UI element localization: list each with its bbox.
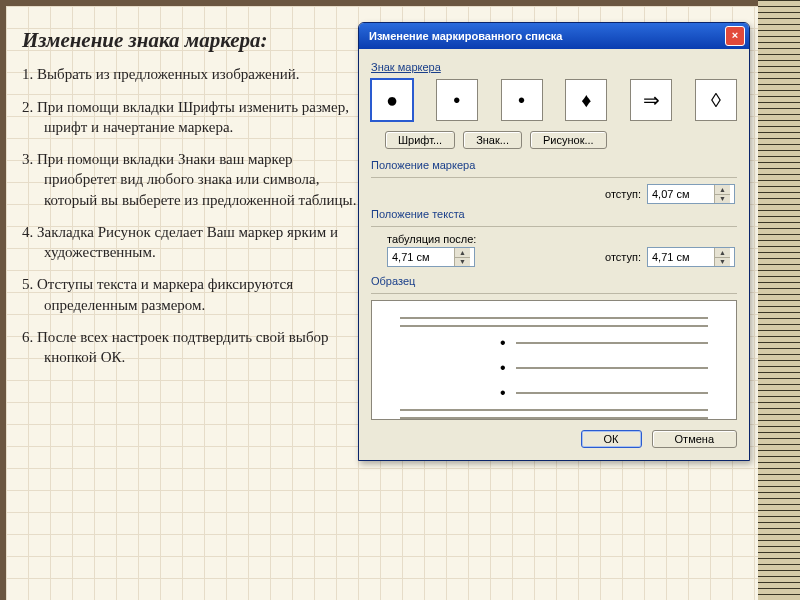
bullet-options: ● • • ♦ ⇒ ◊ xyxy=(371,79,737,121)
text-indent-label: отступ: xyxy=(605,251,641,263)
tab-after-input[interactable] xyxy=(388,248,454,266)
spin-up-icon[interactable]: ▲ xyxy=(714,185,730,194)
group-marker-position: Положение маркера xyxy=(371,159,737,171)
divider xyxy=(371,177,737,178)
dialog-title: Изменение маркированного списка xyxy=(369,30,562,42)
group-text-position: Положение текста xyxy=(371,208,737,220)
bullet-option-4[interactable]: ♦ xyxy=(565,79,607,121)
list-item: 5. Отступы текста и маркера фиксируются … xyxy=(22,274,362,315)
char-button[interactable]: Знак... xyxy=(463,131,522,149)
page-title: Изменение знака маркера: xyxy=(22,26,362,54)
text-indent-spinner[interactable]: ▲▼ xyxy=(647,247,735,267)
group-marker-char: Знак маркера xyxy=(371,61,737,73)
text-indent-input[interactable] xyxy=(648,248,714,266)
list-item: 6. После всех настроек подтвердить свой … xyxy=(22,327,362,368)
list-item: 4. Закладка Рисунок сделает Ваш маркер я… xyxy=(22,222,362,263)
bullet-option-6[interactable]: ◊ xyxy=(695,79,737,121)
group-preview: Образец xyxy=(371,275,737,287)
spin-down-icon[interactable]: ▼ xyxy=(714,257,730,267)
bullet-option-2[interactable]: • xyxy=(436,79,478,121)
tab-after-label: табуляция после: xyxy=(371,233,737,245)
list-item: 1. Выбрать из предложенных изображений. xyxy=(22,64,362,84)
marker-indent-spinner[interactable]: ▲▼ xyxy=(647,184,735,204)
dialog-titlebar[interactable]: Изменение маркированного списка × xyxy=(359,23,749,49)
spin-up-icon[interactable]: ▲ xyxy=(714,248,730,257)
bullet-option-1[interactable]: ● xyxy=(371,79,413,121)
preview-box xyxy=(371,300,737,420)
bullet-option-5[interactable]: ⇒ xyxy=(630,79,672,121)
bullet-option-3[interactable]: • xyxy=(501,79,543,121)
divider xyxy=(371,293,737,294)
close-button[interactable]: × xyxy=(725,26,745,46)
tab-after-spinner[interactable]: ▲▼ xyxy=(387,247,475,267)
list-item: 3. При помощи вкладки Знаки ваш маркер п… xyxy=(22,149,362,210)
marker-indent-input[interactable] xyxy=(648,185,714,203)
picture-button[interactable]: Рисунок... xyxy=(530,131,607,149)
bulleted-list-dialog: Изменение маркированного списка × Знак м… xyxy=(358,22,750,461)
cancel-button[interactable]: Отмена xyxy=(652,430,737,448)
spin-down-icon[interactable]: ▼ xyxy=(454,257,470,267)
divider xyxy=(371,226,737,227)
instructions-list: 1. Выбрать из предложенных изображений. … xyxy=(22,64,362,367)
list-item: 2. При помощи вкладки Шрифты изменить ра… xyxy=(22,97,362,138)
font-button[interactable]: Шрифт... xyxy=(385,131,455,149)
spin-up-icon[interactable]: ▲ xyxy=(454,248,470,257)
ruler-decoration xyxy=(758,0,800,600)
spin-down-icon[interactable]: ▼ xyxy=(714,194,730,204)
ok-button[interactable]: ОК xyxy=(581,430,642,448)
marker-indent-label: отступ: xyxy=(581,188,641,200)
